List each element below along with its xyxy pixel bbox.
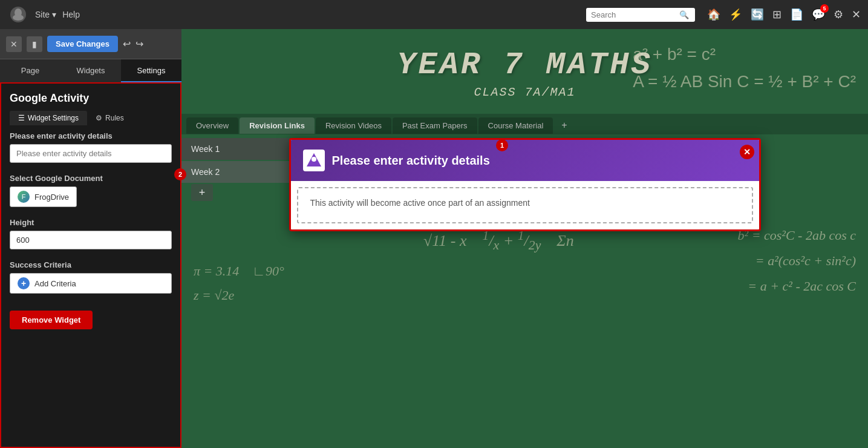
top-navbar: Site ▾ Help 🔍 🏠 ⚡ 🔄 ⊞ 📄 💬 5 ⚙ ✕ — [0, 0, 868, 29]
frogdrive-label: FrogDrive — [34, 193, 69, 202]
height-field-group: Height — [10, 218, 172, 249]
settings-icon: ☰ — [18, 114, 25, 122]
home-icon[interactable]: 🏠 — [707, 8, 720, 21]
popup-title: Please enter activity details — [332, 154, 490, 168]
frogdrive-icon: F — [18, 191, 30, 203]
help-link[interactable]: Help — [62, 10, 80, 19]
activity-details-input[interactable] — [10, 144, 172, 163]
frogdrive-button[interactable]: F FrogDrive — [10, 186, 77, 207]
add-criteria-label: Add Criteria — [34, 279, 76, 288]
sidebar-panel: Google Activity ☰ Widget Settings ⚙ Rule… — [0, 82, 181, 448]
popup-logo — [303, 150, 325, 171]
svg-point-4 — [312, 157, 316, 162]
inner-tab-settings[interactable]: ☰ Widget Settings — [10, 111, 87, 125]
sidebar-inner-tabs: ☰ Widget Settings ⚙ Rules — [10, 111, 172, 125]
popup-body-text: This activity will become active once pa… — [310, 198, 740, 208]
search-box[interactable]: 🔍 — [586, 8, 695, 22]
main-content: YEAR 7 MATHS CLASS 7A/MA1 a² + b² = c² A… — [181, 29, 868, 448]
popup-badge: 1 — [496, 139, 508, 151]
sidebar-badge: 2 — [174, 168, 186, 180]
undo-button[interactable]: ↩ — [123, 38, 131, 50]
chevron-down-icon: ▾ — [52, 10, 56, 19]
rules-icon: ⚙ — [96, 114, 102, 122]
height-label: Height — [10, 218, 172, 227]
google-document-field-group: Select Google Document F FrogDrive — [10, 174, 172, 207]
tab-settings[interactable]: Settings — [121, 59, 181, 82]
svg-point-2 — [13, 15, 24, 21]
close-sidebar-button[interactable]: ✕ — [6, 36, 22, 52]
success-criteria-field-group: Success Criteria + Add Criteria — [10, 260, 172, 294]
activity-details-label: Please enter activity details — [10, 131, 172, 140]
remove-widget-button[interactable]: Remove Widget — [10, 311, 93, 329]
popup-header: Please enter activity details — [291, 140, 759, 181]
notification-badge: 5 — [820, 4, 829, 13]
popup-close-button[interactable]: ✕ — [740, 145, 754, 159]
sidebar-tabs: Page Widgets Settings — [0, 59, 181, 82]
collapse-sidebar-button[interactable]: ▮ — [27, 36, 42, 52]
popup-body: This activity will become active once pa… — [297, 187, 753, 223]
chalkboard: YEAR 7 MATHS CLASS 7A/MA1 a² + b² = c² A… — [181, 29, 868, 448]
height-input[interactable] — [10, 231, 172, 249]
add-criteria-button[interactable]: + Add Criteria — [10, 273, 172, 294]
tab-page[interactable]: Page — [0, 59, 60, 82]
search-icon: 🔍 — [679, 10, 689, 19]
sidebar-toolbar: ✕ ▮ Save Changes ↩ ↪ — [0, 29, 181, 59]
document-icon[interactable]: 📄 — [790, 8, 803, 21]
popup-overlay: ✕ Please enter activity details This act… — [181, 29, 868, 448]
nav-icon-group: 🏠 ⚡ 🔄 ⊞ 📄 💬 5 ⚙ ✕ — [707, 8, 861, 21]
chat-icon[interactable]: 💬 5 — [812, 8, 825, 21]
close-icon[interactable]: ✕ — [852, 8, 861, 21]
tab-widgets[interactable]: Widgets — [60, 59, 121, 82]
search-input[interactable] — [591, 10, 676, 19]
success-criteria-label: Success Criteria — [10, 260, 172, 269]
save-changes-button[interactable]: Save Changes — [47, 36, 118, 52]
refresh-icon[interactable]: 🔄 — [751, 8, 764, 21]
redo-button[interactable]: ↪ — [135, 38, 143, 50]
activity-details-dialog: ✕ Please enter activity details This act… — [289, 138, 761, 231]
logo — [7, 4, 29, 25]
grid-icon[interactable]: ⊞ — [772, 8, 782, 21]
google-document-label: Select Google Document — [10, 174, 172, 183]
lightning-icon[interactable]: ⚡ — [729, 8, 742, 21]
activity-details-field-group: Please enter activity details — [10, 131, 172, 163]
inner-tab-rules[interactable]: ⚙ Rules — [87, 111, 132, 125]
widget-title: Google Activity — [10, 92, 172, 105]
site-menu[interactable]: Site ▾ — [35, 10, 56, 19]
settings-icon[interactable]: ⚙ — [834, 8, 843, 21]
add-icon: + — [18, 277, 30, 289]
